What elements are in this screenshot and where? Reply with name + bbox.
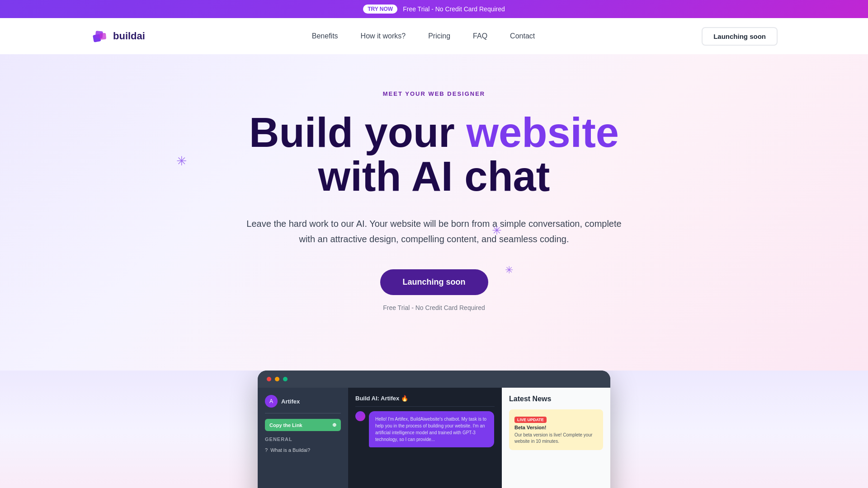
chat-bubble: Hello! I'm Artifex, BuildAiwebsite's cha…: [369, 411, 494, 447]
app-sidebar: A Artifex Copy the Link ⊕ General ? What…: [258, 388, 348, 488]
nav-pricing[interactable]: Pricing: [428, 32, 450, 40]
navbar: buildai Benefits How it works? Pricing F…: [0, 18, 868, 54]
sidebar-name: Artifex: [281, 398, 300, 405]
chat-message: Hello! I'm Artifex, BuildAiwebsite's cha…: [355, 411, 495, 447]
decoration-plus-1: ✳: [176, 154, 187, 169]
hero-cta-button[interactable]: Launching soon: [380, 269, 488, 295]
question-icon: ?: [265, 447, 268, 453]
try-now-badge[interactable]: TRY NOW: [363, 5, 397, 14]
decoration-plus-3: ✳: [505, 264, 513, 276]
news-card-text: Our beta version is live! Complete your …: [514, 432, 598, 445]
hero-free-trial: Free Trial - No Credit Card Required: [383, 304, 485, 311]
sidebar-avatar-letter: A: [269, 398, 273, 404]
nav-how-it-works[interactable]: How it works?: [361, 32, 406, 40]
window-close-dot: [267, 377, 271, 381]
nav-contact[interactable]: Contact: [510, 32, 535, 40]
chat-header: Build AI: Artifex 🔥: [355, 395, 495, 407]
app-preview-section: A Artifex Copy the Link ⊕ General ? What…: [0, 371, 868, 488]
news-badge: LIVE UPDATE: [514, 417, 547, 423]
app-preview-window: A Artifex Copy the Link ⊕ General ? What…: [258, 371, 610, 488]
news-card: LIVE UPDATE Beta Version! Our beta versi…: [509, 409, 603, 450]
window-minimize-dot: [275, 377, 279, 381]
chat-avatar: [355, 411, 365, 421]
sidebar-question-item[interactable]: ? What is a Buildai?: [265, 447, 341, 453]
hero-description: Leave the hard work to our AI. Your webs…: [240, 216, 628, 247]
question-text: What is a Buildai?: [270, 447, 310, 453]
logo-text: buildai: [113, 30, 145, 42]
hero-section: ✳ ✳ ✳ MEET YOUR WEB DESIGNER Build your …: [0, 54, 868, 371]
copy-link-button[interactable]: Copy the Link ⊕: [265, 419, 341, 431]
logo-icon: [90, 27, 108, 45]
nav-benefits[interactable]: Benefits: [312, 32, 338, 40]
chat-text: Hello! I'm Artifex, BuildAiwebsite's cha…: [375, 416, 488, 443]
copy-link-icon: ⊕: [332, 422, 336, 428]
hero-title-purple: website: [467, 109, 619, 155]
nav-links: Benefits How it works? Pricing FAQ Conta…: [312, 32, 535, 40]
sidebar-avatar: A: [265, 395, 278, 408]
sidebar-section-label: General: [265, 436, 341, 442]
hero-title: Build your website with AI chat: [249, 111, 619, 198]
banner-description: Free Trial - No Credit Card Required: [403, 5, 505, 13]
navbar-cta-button[interactable]: Launching soon: [702, 27, 778, 46]
window-maximize-dot: [283, 377, 288, 381]
nav-faq[interactable]: FAQ: [473, 32, 487, 40]
hero-title-part2: with AI chat: [318, 153, 550, 199]
hero-title-part1: Build your: [249, 109, 466, 155]
hero-subtitle: MEET YOUR WEB DESIGNER: [383, 90, 486, 97]
decoration-plus-2: ✳: [492, 224, 502, 238]
svg-rect-2: [99, 33, 106, 40]
app-body: A Artifex Copy the Link ⊕ General ? What…: [258, 388, 610, 488]
right-panel: Latest News LIVE UPDATE Beta Version! Ou…: [502, 388, 610, 488]
sidebar-header: A Artifex: [265, 395, 341, 413]
copy-link-label: Copy the Link: [269, 422, 302, 428]
top-banner: TRY NOW Free Trial - No Credit Card Requ…: [0, 0, 868, 18]
news-card-title: Beta Version!: [514, 425, 598, 430]
app-window-header: [258, 371, 610, 388]
logo[interactable]: buildai: [90, 27, 145, 45]
right-panel-title: Latest News: [509, 395, 603, 403]
chat-area: Build AI: Artifex 🔥 Hello! I'm Artifex, …: [348, 388, 502, 488]
